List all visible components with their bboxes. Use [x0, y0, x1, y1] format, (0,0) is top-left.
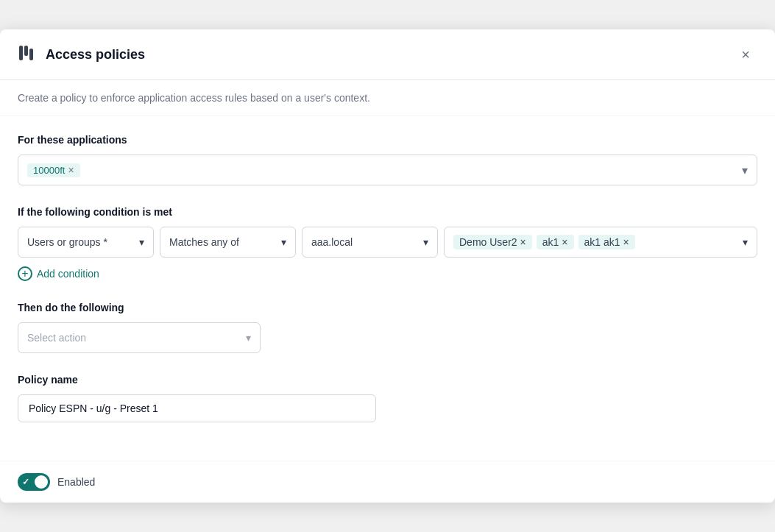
enabled-toggle[interactable]: ✓: [18, 473, 50, 491]
values-left: Demo User2 × ak1 × ak1 ak1 ×: [453, 235, 737, 249]
matches-dropdown[interactable]: Matches any of ▾: [160, 227, 296, 258]
value-tag-remove-demo-user2[interactable]: ×: [520, 237, 526, 247]
value-tag-label: ak1: [542, 236, 559, 248]
policy-name-input[interactable]: [18, 394, 376, 422]
action-placeholder: Select action: [27, 332, 86, 344]
values-dropdown[interactable]: Demo User2 × ak1 × ak1 ak1 × ▾: [444, 227, 757, 258]
add-condition-icon: +: [18, 266, 32, 281]
action-chevron-icon: ▾: [246, 332, 251, 344]
svg-rect-0: [19, 46, 23, 60]
applications-label: For these applications: [18, 134, 757, 146]
value-tag-ak1: ak1 ×: [537, 235, 574, 249]
action-dropdown[interactable]: Select action ▾: [18, 322, 261, 353]
values-chevron-icon: ▾: [743, 236, 748, 248]
users-groups-label: Users or groups *: [27, 236, 107, 248]
modal-body: For these applications 10000ft × ▾ If th…: [0, 116, 775, 461]
value-tag-label: ak1 ak1: [584, 236, 620, 248]
toggle-check-icon: ✓: [22, 477, 29, 487]
svg-rect-1: [24, 46, 28, 56]
policy-name-label: Policy name: [18, 374, 757, 386]
value-tag-remove-ak1-ak1[interactable]: ×: [623, 237, 629, 247]
policy-name-section: Policy name: [18, 374, 757, 422]
close-button[interactable]: ×: [734, 43, 757, 66]
add-condition-label: Add condition: [37, 268, 99, 280]
applications-dropdown[interactable]: 10000ft × ▾: [18, 155, 757, 185]
header-left: Access policies: [18, 43, 145, 66]
users-groups-dropdown[interactable]: Users or groups * ▾: [18, 227, 154, 258]
app-tag-remove[interactable]: ×: [68, 165, 74, 175]
add-condition-button[interactable]: + Add condition: [18, 266, 99, 281]
app-dropdown-chevron-icon: ▾: [742, 163, 748, 177]
applications-section: For these applications 10000ft × ▾: [18, 134, 757, 185]
modal-subtitle: Create a policy to enforce application a…: [0, 80, 775, 116]
action-section: Then do the following Select action ▾: [18, 302, 757, 353]
access-policies-modal: Access policies × Create a policy to enf…: [0, 29, 775, 503]
app-tag-10000ft: 10000ft ×: [27, 163, 80, 177]
svg-rect-2: [29, 49, 33, 60]
value-tag-remove-ak1[interactable]: ×: [562, 237, 567, 247]
condition-row: Users or groups * ▾ Matches any of ▾ aaa…: [18, 227, 757, 258]
action-label: Then do the following: [18, 302, 757, 313]
app-tag-label: 10000ft: [33, 165, 65, 176]
modal-title: Access policies: [46, 47, 145, 63]
condition-section: If the following condition is met Users …: [18, 206, 757, 281]
domain-dropdown[interactable]: aaa.local ▾: [302, 227, 438, 258]
toggle-label: Enabled: [57, 476, 95, 488]
toggle-slider: ✓: [18, 473, 50, 491]
logo-icon: [18, 43, 38, 66]
value-tag-ak1-ak1: ak1 ak1 ×: [578, 235, 635, 249]
modal-header: Access policies ×: [0, 29, 775, 80]
domain-label: aaa.local: [311, 236, 353, 248]
matches-label: Matches any of: [169, 236, 239, 248]
value-tag-demo-user2: Demo User2 ×: [453, 235, 532, 249]
users-groups-chevron-icon: ▾: [139, 236, 144, 248]
app-select-left: 10000ft ×: [27, 163, 80, 177]
value-tag-label: Demo User2: [459, 236, 517, 248]
condition-label: If the following condition is met: [18, 206, 757, 218]
domain-chevron-icon: ▾: [423, 236, 428, 248]
matches-chevron-icon: ▾: [281, 236, 286, 248]
toggle-section: ✓ Enabled: [0, 461, 775, 503]
